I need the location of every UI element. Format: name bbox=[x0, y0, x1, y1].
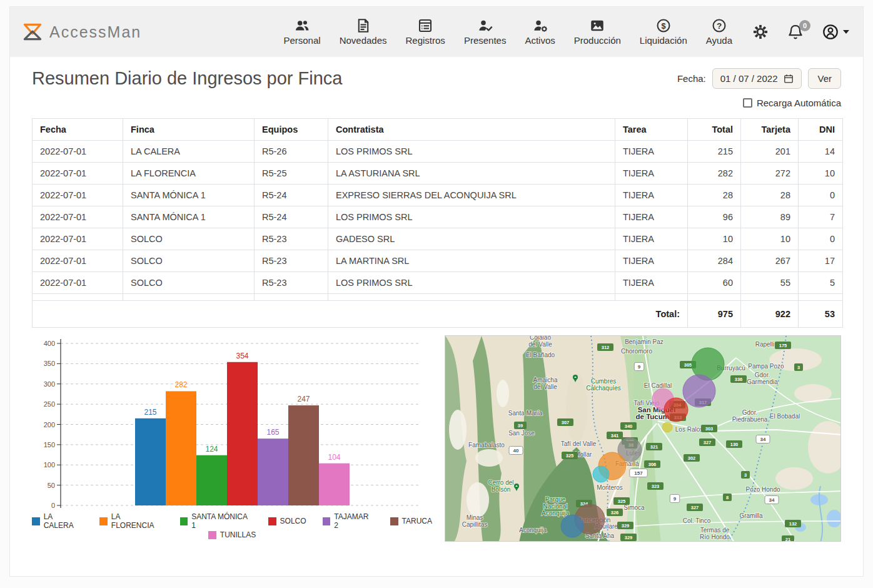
map-route-shield: 157 bbox=[634, 470, 643, 476]
map-route-badge: 336 bbox=[735, 377, 743, 382]
nav-item-liquidacion[interactable]: $ Liquidación bbox=[640, 18, 687, 46]
legend-label: LA CALERA bbox=[44, 512, 84, 530]
table-cell: 2022-07-01 bbox=[33, 228, 123, 250]
nav-item-presentes[interactable]: Presentes bbox=[464, 18, 507, 46]
map-route-badge: 340 bbox=[625, 423, 633, 429]
nav-item-ayuda[interactable]: ? Ayuda bbox=[706, 18, 732, 46]
settings-button[interactable] bbox=[752, 24, 769, 40]
legend-item: TAJAMAR 2 bbox=[323, 512, 374, 530]
main-nav: Personal Novedades Registros bbox=[283, 18, 732, 46]
table-cell: SANTA MÓNICA 1 bbox=[123, 206, 255, 228]
total-label: Total: bbox=[33, 301, 688, 328]
autoreload-checkbox[interactable] bbox=[743, 98, 752, 108]
svg-text:300: 300 bbox=[44, 380, 55, 388]
table-cell: 284 bbox=[688, 250, 741, 272]
legend-label: SANTA MÓNICA 1 bbox=[191, 512, 251, 530]
table-cell: 10 bbox=[688, 228, 741, 250]
column-header: Tarea bbox=[615, 119, 688, 141]
chevron-down-icon bbox=[843, 30, 849, 34]
card-list-icon bbox=[418, 18, 433, 33]
map-place-label: Pampa Pozo bbox=[748, 363, 784, 370]
table-cell: 282 bbox=[688, 163, 741, 185]
nav-item-novedades[interactable]: Novedades bbox=[340, 18, 387, 46]
map-place-label: CumbresCalchaquíes bbox=[586, 378, 621, 392]
title-row: Resumen Diario de Ingresos por Finca Fec… bbox=[10, 57, 863, 89]
svg-text:250: 250 bbox=[44, 400, 55, 408]
table-row: 2022-07-01SOLCOR5-23LOS PRIMOS SRLTIJERA… bbox=[33, 272, 843, 294]
map-place-label: Aconquija bbox=[519, 527, 547, 534]
map-canvas: Colalaodel ValleEl BañadoBenjamin PazCho… bbox=[445, 336, 841, 542]
legend-item: SOLCO bbox=[268, 512, 306, 530]
table-row: 2022-07-01SANTA MÓNICA 1R5-24EXPRESO SIE… bbox=[33, 185, 843, 206]
map-place-label: Famabalasto bbox=[468, 442, 505, 449]
table-cell: SANTA MÓNICA 1 bbox=[123, 185, 255, 206]
map-place-label: Amaichadel Valle bbox=[533, 377, 558, 390]
table-cell: 14 bbox=[799, 141, 843, 163]
svg-text:?: ? bbox=[717, 21, 722, 31]
table-cell: 0 bbox=[799, 185, 843, 206]
nav-item-produccion[interactable]: Producción bbox=[574, 18, 621, 46]
legend-swatch bbox=[390, 517, 398, 525]
nav-label: Liquidación bbox=[640, 35, 687, 46]
bar-value-label: 354 bbox=[236, 352, 248, 360]
table-cell: 2022-07-01 bbox=[33, 141, 123, 163]
view-button[interactable]: Ver bbox=[808, 68, 841, 89]
map-route-badge: 8 bbox=[726, 495, 729, 500]
user-menu-button[interactable] bbox=[822, 24, 849, 40]
notifications-button[interactable]: 0 bbox=[787, 24, 804, 40]
image-icon bbox=[590, 18, 605, 33]
map-farm-marker[interactable] bbox=[664, 398, 688, 422]
map-route-badge: 327 bbox=[691, 505, 699, 510]
table-cell: LA FLORENCIA bbox=[123, 163, 255, 185]
brand-logo[interactable]: AccessMan bbox=[21, 21, 141, 43]
map-farm-marker[interactable] bbox=[561, 515, 583, 537]
nav-item-activos[interactable]: Activos bbox=[525, 18, 555, 46]
people-icon bbox=[295, 18, 310, 33]
map-place-label: El Cadillal bbox=[644, 382, 672, 389]
bar-value-label: 282 bbox=[174, 380, 187, 389]
map-route-badge: 326 bbox=[611, 510, 619, 515]
table-row: 2022-07-01SANTA MÓNICA 1R5-24LOS PRIMOS … bbox=[33, 206, 843, 228]
notification-count-badge: 0 bbox=[799, 20, 810, 31]
map-route-badge: 321 bbox=[650, 444, 659, 450]
map-place-label: San Jose bbox=[508, 430, 535, 437]
legend-label: TAJAMAR 2 bbox=[334, 512, 373, 530]
map-place-label: El Bobadal bbox=[770, 413, 800, 420]
table-cell: 55 bbox=[741, 272, 799, 294]
map-route-badge: 329 bbox=[625, 535, 633, 540]
table-cell: 28 bbox=[688, 185, 741, 206]
table-cell: LOS PRIMOS SRL bbox=[328, 206, 615, 228]
date-input[interactable]: 01 / 07 / 2022 bbox=[712, 68, 802, 89]
legend-label: TARUCA bbox=[402, 517, 432, 525]
map[interactable]: Colalaodel ValleEl BañadoBenjamin PazCho… bbox=[445, 335, 841, 542]
table-cell: 2022-07-01 bbox=[33, 185, 123, 206]
table-cell: 201 bbox=[741, 141, 799, 163]
svg-text:0: 0 bbox=[51, 502, 55, 509]
legend-item: LA FLORENCIA bbox=[99, 512, 163, 530]
table-cell: EXPRESO SIERRAS DEL ACONQUIJA SRL bbox=[328, 185, 615, 206]
total-dni: 53 bbox=[799, 301, 843, 328]
column-header: Total bbox=[688, 119, 741, 141]
bar-value-label: 124 bbox=[205, 445, 218, 454]
autoreload-row: Recarga Automática bbox=[10, 89, 863, 108]
legend-swatch bbox=[323, 517, 331, 525]
legend-label: LA FLORENCIA bbox=[111, 512, 164, 530]
map-farm-marker[interactable] bbox=[683, 375, 715, 407]
clipped-table-row bbox=[33, 294, 843, 301]
map-route-badge: 3 bbox=[797, 365, 800, 370]
table-cell: 2022-07-01 bbox=[33, 206, 123, 228]
table-cell: R5-23 bbox=[255, 250, 328, 272]
map-place-label: Gramilla bbox=[739, 512, 763, 519]
nav-item-registros[interactable]: Registros bbox=[406, 18, 445, 46]
table-cell: R5-24 bbox=[255, 185, 328, 206]
map-route-badge: 306 bbox=[648, 462, 657, 467]
nav-item-personal[interactable]: Personal bbox=[283, 18, 320, 46]
bottom-section: 0501001502002503003504002152821243541652… bbox=[10, 328, 863, 542]
map-farm-marker[interactable] bbox=[662, 422, 672, 432]
legend-item: TARUCA bbox=[390, 512, 432, 530]
map-route-badge: 175 bbox=[779, 343, 787, 348]
hourglass-logo-icon bbox=[21, 21, 44, 43]
table-cell: 215 bbox=[688, 141, 741, 163]
map-farm-marker[interactable] bbox=[593, 466, 609, 482]
legend-item: LA CALERA bbox=[32, 512, 83, 530]
